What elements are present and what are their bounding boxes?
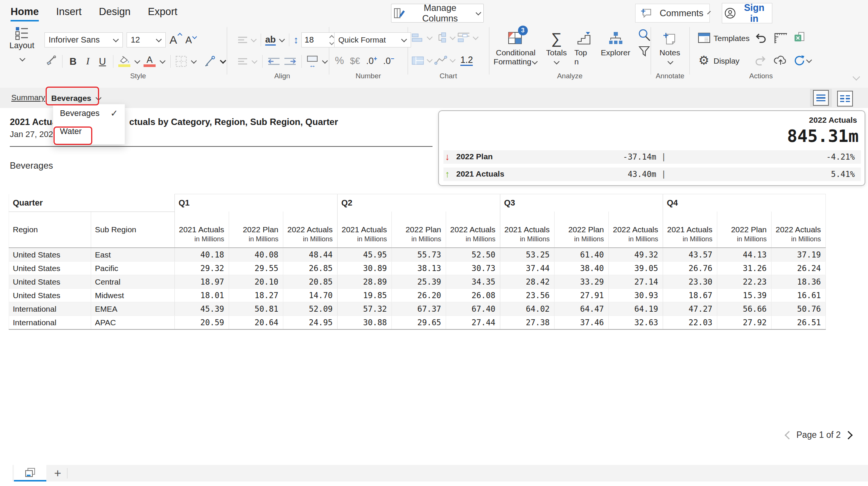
cell-value[interactable]: 44.13 <box>717 248 772 262</box>
vertical-align-button[interactable] <box>238 58 248 65</box>
cell-value[interactable]: 30.93 <box>609 289 663 302</box>
cell-value[interactable]: 38.40 <box>555 262 609 275</box>
data-labels-button[interactable]: 1.2 <box>460 55 473 66</box>
cell-value[interactable]: 64.47 <box>555 302 609 316</box>
wrap-text-button[interactable]: ab <box>265 35 276 46</box>
cell-value[interactable]: 31.26 <box>717 262 772 275</box>
single-view-toggle[interactable] <box>810 89 832 107</box>
header-measure[interactable]: 2021 Actualsin Millions <box>338 212 392 248</box>
cell-value[interactable]: 14.70 <box>283 289 338 302</box>
cell-value[interactable]: 20.10 <box>229 275 283 289</box>
cell-value[interactable]: 52.50 <box>446 248 500 262</box>
chevron-down-icon[interactable] <box>251 36 257 42</box>
cell-value[interactable]: 37.46 <box>555 316 609 330</box>
header-quarter[interactable]: Quarter <box>9 194 175 212</box>
quick-format-select[interactable]: Quick Format <box>334 32 411 47</box>
cell-value[interactable]: 18.67 <box>663 289 717 302</box>
borders-button[interactable] <box>176 56 187 67</box>
filter-button[interactable] <box>639 46 650 57</box>
cell-value[interactable]: 40.08 <box>229 248 283 262</box>
cell-value[interactable]: 27.44 <box>446 316 500 330</box>
app-tab-insert[interactable]: Insert <box>56 6 82 21</box>
cell-value[interactable]: 15.39 <box>717 289 772 302</box>
cell-value[interactable]: 19.85 <box>338 289 392 302</box>
cell-region[interactable]: United States <box>9 289 91 302</box>
cell-sub-region[interactable]: Pacific <box>91 262 175 275</box>
top-n-button[interactable]: Top n <box>574 29 593 66</box>
bar-chart-button[interactable] <box>411 33 424 43</box>
cell-value[interactable]: 55.73 <box>392 248 446 262</box>
column-width-button[interactable]: ↔ <box>307 55 318 67</box>
header-measure[interactable]: 2022 Planin Millions <box>229 212 283 248</box>
cell-value[interactable]: 22.23 <box>717 275 772 289</box>
cell-value[interactable]: 22.03 <box>663 316 717 330</box>
cell-region[interactable]: United States <box>9 262 91 275</box>
percent-format-button[interactable]: % <box>335 55 344 67</box>
bold-button[interactable]: B <box>67 56 79 67</box>
card-view-button[interactable] <box>411 56 424 65</box>
cell-value[interactable]: 67.40 <box>446 302 500 316</box>
header-measure[interactable]: 2022 Planin Millions <box>555 212 609 248</box>
header-region[interactable]: Region <box>9 212 91 248</box>
cell-value[interactable]: 37.44 <box>500 262 555 275</box>
cell-value[interactable]: 26.24 <box>772 262 826 275</box>
cell-value[interactable]: 23.56 <box>500 289 555 302</box>
display-label[interactable]: Display <box>714 56 740 66</box>
app-tab-design[interactable]: Design <box>99 6 131 21</box>
display-settings-icon[interactable]: ⚙ <box>698 54 709 66</box>
cell-value[interactable]: 18.36 <box>772 275 826 289</box>
conditional-formatting-button[interactable]: 3 Conditional Formatting <box>493 29 539 66</box>
cell-value[interactable]: 49.32 <box>609 248 663 262</box>
cell-sub-region[interactable]: East <box>91 248 175 262</box>
cell-value[interactable]: 20.85 <box>283 275 338 289</box>
cell-value[interactable]: 20.64 <box>229 316 283 330</box>
cell-sub-region[interactable]: Central <box>91 275 175 289</box>
chevron-down-icon[interactable] <box>279 36 285 42</box>
cell-value[interactable]: 26.51 <box>772 316 826 330</box>
cell-value[interactable]: 18.97 <box>175 275 229 289</box>
cell-value[interactable]: 28.42 <box>500 275 555 289</box>
dropdown-item-beverages[interactable]: Beverages✓ <box>53 104 125 122</box>
cell-value[interactable]: 30.73 <box>446 262 500 275</box>
chevron-down-icon[interactable] <box>427 34 433 40</box>
cell-value[interactable]: 38.13 <box>392 262 446 275</box>
cell-value[interactable]: 32.63 <box>609 316 663 330</box>
templates-label[interactable]: Templates <box>714 34 750 43</box>
decrease-font-size-button[interactable]: A <box>185 34 196 46</box>
header-measure[interactable]: 2021 Actualsin Millions <box>175 212 229 248</box>
header-measure[interactable]: 2022 Actualsin Millions <box>772 212 826 248</box>
dropdown-item-water[interactable]: Water <box>53 122 125 140</box>
refresh-button[interactable] <box>793 55 812 66</box>
cell-value[interactable]: 20.59 <box>175 316 229 330</box>
cell-sub-region[interactable]: APAC <box>91 316 175 330</box>
split-view-toggle[interactable] <box>837 91 853 107</box>
cell-region[interactable]: International <box>9 316 91 330</box>
chevron-down-icon[interactable] <box>252 58 258 64</box>
cell-value[interactable]: 24.95 <box>283 316 338 330</box>
cell-value[interactable]: 64.02 <box>500 302 555 316</box>
comments-button[interactable]: Comments <box>635 4 710 23</box>
previous-page-button[interactable] <box>785 431 793 439</box>
next-page-button[interactable] <box>844 431 853 439</box>
chevron-down-icon[interactable] <box>322 58 328 64</box>
redo-button[interactable] <box>754 55 767 66</box>
decrease-decimal-button[interactable]: .0− <box>383 55 394 66</box>
header-measure[interactable]: 2021 Actualsin Millions <box>663 212 717 248</box>
header-measure[interactable]: 2022 Planin Millions <box>717 212 772 248</box>
chevron-down-icon[interactable] <box>160 58 166 64</box>
font-color-button[interactable]: A <box>144 56 156 67</box>
cell-value[interactable]: 34.35 <box>446 275 500 289</box>
cell-value[interactable]: 18.27 <box>229 289 283 302</box>
totals-button[interactable]: ∑ Totals <box>546 29 567 65</box>
cell-value[interactable]: 40.18 <box>175 248 229 262</box>
cell-value[interactable]: 67.37 <box>392 302 446 316</box>
cell-sub-region[interactable]: EMEA <box>91 302 175 316</box>
chevron-down-icon[interactable] <box>427 57 433 63</box>
header-measure[interactable]: 2022 Planin Millions <box>392 212 446 248</box>
chevron-down-icon[interactable] <box>450 57 456 63</box>
cell-value[interactable]: 29.32 <box>175 262 229 275</box>
tab-summary[interactable]: Summary <box>11 93 45 102</box>
format-painter-button[interactable] <box>44 55 57 67</box>
font-name-select[interactable]: Inforiver Sans <box>44 32 123 47</box>
cell-region[interactable]: United States <box>9 248 91 262</box>
